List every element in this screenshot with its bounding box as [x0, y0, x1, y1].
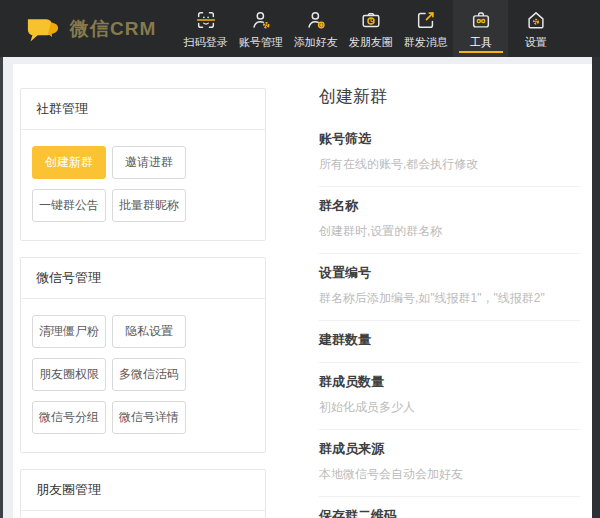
nav-item-camera[interactable]: 发朋友圈 — [343, 0, 398, 57]
field-hint: 所有在线的账号,都会执行修改 — [319, 156, 580, 173]
nav-item-qr-scan[interactable]: 扫码登录 — [178, 0, 233, 57]
sidebar-section-body: 清理僵尸粉隐私设置朋友圈权限多微信活码微信号分组微信号详情 — [21, 299, 265, 452]
nav-item-user-gear[interactable]: 账号管理 — [233, 0, 288, 57]
sidebar-button[interactable]: 多微信活码 — [112, 358, 186, 391]
send-message-icon — [415, 9, 437, 31]
nav-item-user-plus[interactable]: 添加好友 — [288, 0, 343, 57]
top-nav: 扫码登录 账号管理 添加好友 发朋友圈 群发消息 工具 设置 — [178, 0, 563, 57]
nav-item-label: 账号管理 — [239, 35, 283, 50]
field-label: 建群数量 — [319, 331, 580, 349]
sidebar: 社群管理 创建新群邀请进群一键群公告批量群昵称 微信号管理 清理僵尸粉隐私设置朋… — [13, 64, 269, 518]
window-edge-right — [592, 0, 600, 518]
field-label: 群名称 — [319, 197, 580, 215]
content-area: 创建新群 账号筛选 所有在线的账号,都会执行修改 群名称 创建群时,设置的群名称… — [269, 64, 592, 518]
sidebar-button[interactable]: 朋友圈权限 — [32, 358, 106, 391]
nav-item-toolbox[interactable]: 工具 — [453, 0, 508, 57]
nav-item-label: 发朋友圈 — [349, 35, 393, 50]
field-label: 群成员来源 — [319, 440, 580, 458]
form-field: 保存群二维码 群创建成功后， 保存群的二维码图片在本地 — [319, 497, 580, 518]
user-plus-icon — [305, 9, 327, 31]
form-fields: 账号筛选 所有在线的账号,都会执行修改 群名称 创建群时,设置的群名称 设置编号… — [319, 120, 580, 518]
home-gear-icon — [525, 9, 547, 31]
nav-item-label: 工具 — [470, 35, 492, 50]
sidebar-button[interactable]: 创建新群 — [32, 146, 106, 179]
form-field: 设置编号 群名称后添加编号,如"线报群1"，"线报群2" — [319, 254, 580, 321]
user-gear-icon — [250, 9, 272, 31]
page-background: 社群管理 创建新群邀请进群一键群公告批量群昵称 微信号管理 清理僵尸粉隐私设置朋… — [3, 57, 592, 518]
sidebar-button[interactable]: 清理僵尸粉 — [32, 315, 106, 348]
field-label: 设置编号 — [319, 264, 580, 282]
nav-item-label: 添加好友 — [294, 35, 338, 50]
sidebar-section-title: 微信号管理 — [21, 258, 265, 299]
sidebar-button[interactable]: 批量群昵称 — [112, 189, 186, 222]
field-hint: 群名称后添加编号,如"线报群1"，"线报群2" — [319, 290, 580, 307]
nav-item-label: 设置 — [525, 35, 547, 50]
field-label: 保存群二维码 — [319, 507, 580, 518]
form-field: 账号筛选 所有在线的账号,都会执行修改 — [319, 120, 580, 187]
sidebar-button[interactable]: 微信号分组 — [32, 401, 106, 434]
form-field: 群名称 创建群时,设置的群名称 — [319, 187, 580, 254]
field-hint: 本地微信号会自动会加好友 — [319, 466, 580, 483]
form-field: 群成员来源 本地微信号会自动会加好友 — [319, 430, 580, 497]
logo-icon — [25, 13, 61, 45]
sidebar-button[interactable]: 邀请进群 — [112, 146, 186, 179]
sidebar-section: 社群管理 创建新群邀请进群一键群公告批量群昵称 — [20, 88, 266, 241]
sidebar-section-body: 点 赞删除朋友圈 — [21, 511, 265, 518]
nav-item-label: 扫码登录 — [184, 35, 228, 50]
sidebar-button[interactable]: 隐私设置 — [112, 315, 186, 348]
nav-item-home-gear[interactable]: 设置 — [508, 0, 563, 57]
sidebar-section-body: 创建新群邀请进群一键群公告批量群昵称 — [21, 130, 265, 240]
field-label: 群成员数量 — [319, 373, 580, 391]
form-field: 建群数量 — [319, 321, 580, 363]
sidebar-button[interactable]: 一键群公告 — [32, 189, 106, 222]
sidebar-section-title: 朋友圈管理 — [21, 470, 265, 511]
field-hint: 初始化成员多少人 — [319, 399, 580, 416]
camera-icon — [360, 9, 382, 31]
sidebar-section-title: 社群管理 — [21, 89, 265, 130]
qr-scan-icon — [195, 9, 217, 31]
toolbox-icon — [470, 9, 492, 31]
sidebar-section: 朋友圈管理 点 赞删除朋友圈 — [20, 469, 266, 518]
form-field: 群成员数量 初始化成员多少人 — [319, 363, 580, 430]
app-logo: 微信CRM — [25, 0, 156, 57]
main-panel: 社群管理 创建新群邀请进群一键群公告批量群昵称 微信号管理 清理僵尸粉隐私设置朋… — [13, 64, 592, 518]
field-label: 账号筛选 — [319, 130, 580, 148]
sidebar-section: 微信号管理 清理僵尸粉隐私设置朋友圈权限多微信活码微信号分组微信号详情 — [20, 257, 266, 453]
field-hint: 创建群时,设置的群名称 — [319, 223, 580, 240]
page-title: 创建新群 — [319, 85, 580, 108]
window-edge-left — [0, 0, 3, 518]
brand-name: 微信CRM — [70, 16, 156, 42]
top-bar: 微信CRM 扫码登录 账号管理 添加好友 发朋友圈 群发消息 工具 设置 — [0, 0, 600, 57]
sidebar-button[interactable]: 微信号详情 — [112, 401, 186, 434]
nav-item-send-message[interactable]: 群发消息 — [398, 0, 453, 57]
nav-item-label: 群发消息 — [404, 35, 448, 50]
